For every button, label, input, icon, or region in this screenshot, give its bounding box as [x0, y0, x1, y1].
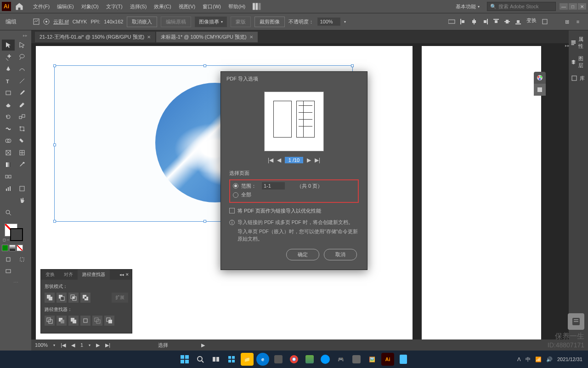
live-paint-tool[interactable] — [16, 135, 28, 146]
crop-button[interactable]: 裁剪图像 — [254, 17, 285, 27]
panel-menu-icon[interactable]: ◂◂ ✕ — [117, 270, 132, 280]
edge-icon[interactable]: e — [256, 353, 269, 366]
image-trace-dropdown[interactable]: 图像描摹 ▾ — [195, 17, 227, 27]
eraser-tool[interactable] — [16, 99, 28, 110]
align-tab[interactable]: 对齐 — [59, 270, 78, 280]
free-transform-tool[interactable] — [16, 123, 28, 134]
opacity-input[interactable] — [317, 17, 340, 26]
app-icon-2[interactable] — [303, 353, 316, 366]
range-radio[interactable] — [233, 183, 238, 189]
align-top-icon[interactable] — [492, 17, 501, 26]
chrome-icon[interactable] — [288, 353, 300, 366]
blend-tool[interactable] — [2, 171, 15, 182]
tab-doc2[interactable]: 未标题-1* @ 100% (CMYK/GPU 预览)✕ — [156, 32, 258, 42]
pathfinder-tab[interactable]: 路径查找器 — [78, 270, 110, 280]
menu-select[interactable]: 选择(S) — [126, 3, 151, 10]
home-icon[interactable] — [15, 2, 24, 11]
menu-view[interactable]: 视图(V) — [175, 3, 199, 10]
curvature-tool[interactable] — [16, 63, 28, 75]
app-icon-1[interactable] — [272, 353, 285, 366]
minus-back-button[interactable] — [104, 316, 114, 326]
task-view-button[interactable] — [209, 353, 222, 366]
layers-panel-button[interactable]: 图层 — [569, 52, 588, 72]
transform-tab[interactable]: 变换 — [41, 270, 59, 280]
slice-tool[interactable] — [2, 195, 15, 206]
menu-help[interactable]: 帮助(H) — [225, 3, 249, 10]
last-page-icon[interactable]: ▶| — [315, 157, 320, 163]
transform-label[interactable]: 变换 — [526, 17, 537, 26]
tab-doc1[interactable]: 21-12-王鸿伟-01.ai* @ 150% (RGB/GPU 预览)✕ — [35, 32, 155, 42]
close-icon[interactable]: ✕ — [249, 34, 253, 40]
menu-edit[interactable]: 编辑(E) — [53, 3, 78, 10]
menu-file[interactable]: 文件(F) — [29, 3, 53, 10]
mesh-tool[interactable] — [16, 147, 28, 158]
ok-button[interactable]: 确定 — [286, 249, 319, 260]
scale-tool[interactable] — [16, 111, 28, 122]
color-mode-swatches[interactable] — [2, 245, 29, 251]
app-icon-7[interactable] — [397, 353, 410, 366]
cancel-button[interactable]: 取消 — [324, 249, 357, 260]
maximize-button[interactable]: □ — [569, 3, 577, 10]
direct-selection-tool[interactable] — [16, 40, 28, 51]
crop-button[interactable] — [80, 316, 90, 326]
selection-tool[interactable] — [2, 40, 15, 51]
target-icon[interactable] — [43, 18, 50, 25]
next-page-icon[interactable]: ▶ — [307, 157, 311, 163]
rectangle-tool[interactable] — [2, 87, 15, 98]
symbol-sprayer-tool[interactable] — [16, 171, 28, 182]
embed-icon[interactable] — [33, 18, 40, 25]
menu-window[interactable]: 窗口(W) — [199, 3, 225, 10]
cancel-embed-button[interactable]: 取消嵌入 — [127, 17, 157, 27]
search-button[interactable] — [194, 353, 207, 366]
eyedropper-tool[interactable] — [16, 159, 28, 170]
align-middle-icon[interactable] — [503, 17, 512, 26]
app-icon-3[interactable] — [319, 353, 332, 366]
first-page-icon[interactable]: |◀ — [268, 157, 273, 163]
column-graph-tool[interactable] — [2, 183, 15, 194]
fill-stroke-swatch[interactable]: ◻↔ — [2, 224, 28, 242]
library-panel-button[interactable]: 库 — [569, 72, 588, 85]
menu-object[interactable]: 对象(O) — [78, 3, 102, 10]
pen-tool[interactable] — [2, 63, 15, 75]
app-icon-4[interactable]: 🎮 — [334, 353, 347, 366]
align-right-icon[interactable] — [481, 17, 490, 26]
arrange-icon[interactable] — [253, 3, 262, 10]
app-icon-6[interactable]: 🖼️ — [366, 353, 379, 366]
perspective-tool[interactable] — [2, 147, 15, 158]
properties-panel-button[interactable]: 属性 — [569, 33, 588, 52]
minimize-button[interactable]: — — [560, 3, 568, 10]
align-icon[interactable] — [447, 17, 457, 26]
unite-button[interactable] — [45, 293, 55, 303]
align-left-icon[interactable] — [458, 17, 468, 26]
artboard-number[interactable]: 1 — [80, 342, 83, 348]
mask-button[interactable]: 蒙版 — [231, 17, 251, 27]
exclude-button[interactable] — [80, 293, 90, 303]
color-panel-icon[interactable] — [534, 72, 546, 84]
swatches-panel-icon[interactable] — [534, 84, 546, 96]
hand-tool[interactable] — [16, 195, 28, 206]
close-icon[interactable]: ✕ — [147, 34, 151, 40]
link-checkbox[interactable] — [229, 208, 235, 213]
app-icon-5[interactable] — [350, 353, 363, 366]
start-button[interactable] — [178, 353, 191, 366]
type-tool[interactable]: T — [2, 75, 15, 86]
draw-mode-normal[interactable] — [2, 254, 15, 265]
minus-front-button[interactable] — [57, 293, 67, 303]
panel-menu-icon[interactable]: ≡ — [573, 17, 582, 26]
tray-wifi-icon[interactable]: 📶 — [535, 356, 542, 362]
screen-mode[interactable] — [2, 266, 15, 277]
gradient-tool[interactable] — [2, 159, 15, 170]
shape-builder-tool[interactable] — [2, 135, 15, 146]
tray-time[interactable]: 2021/12/31 — [557, 356, 582, 362]
merge-button[interactable] — [68, 316, 79, 326]
close-button[interactable]: ✕ — [578, 3, 586, 10]
tray-ime-icon[interactable]: 中 — [526, 356, 531, 363]
prev-page-icon[interactable]: ◀ — [277, 157, 281, 163]
nav-first-icon[interactable]: |◀ — [61, 342, 66, 348]
shape-icon[interactable] — [540, 17, 549, 26]
magic-wand-tool[interactable] — [2, 52, 15, 63]
workspace-switcher[interactable]: 基本功能 ▾ — [452, 3, 483, 10]
illustrator-taskbar-icon[interactable]: Ai — [381, 353, 394, 366]
intersect-button[interactable] — [68, 293, 79, 303]
tray-chevron-icon[interactable]: ᐱ — [517, 356, 521, 362]
